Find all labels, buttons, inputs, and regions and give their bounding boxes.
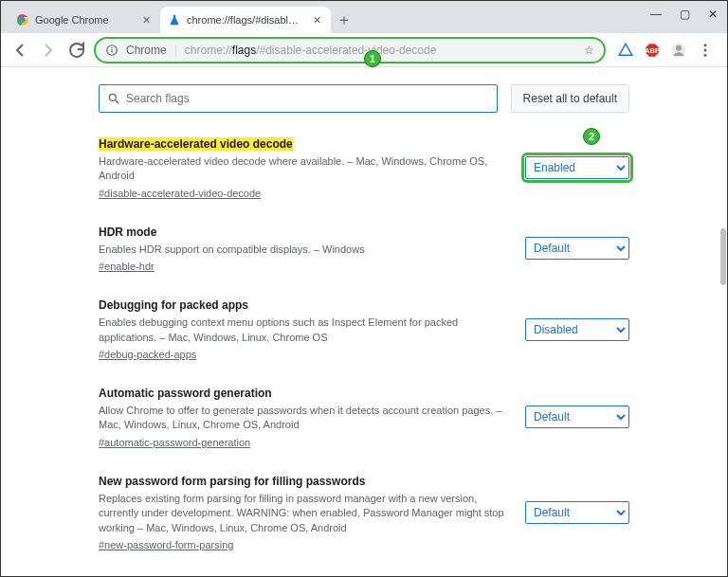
flag-select[interactable]: DefaultEnabledDisabled <box>525 318 629 341</box>
tab-title: Google Chrome <box>35 14 134 26</box>
omnibox-origin-label: Chrome <box>126 44 167 57</box>
window-controls: — ▢ ✕ <box>642 1 727 27</box>
search-flags-box[interactable] <box>99 84 498 113</box>
flag-row: New password form parsing for saving pas… <box>99 564 629 576</box>
close-icon[interactable]: ✕ <box>310 13 323 27</box>
flag-description: Replaces existing form parsing for filli… <box>99 492 506 535</box>
svg-point-10 <box>704 48 707 51</box>
flag-title: HDR mode <box>99 225 156 239</box>
scrollbar-thumb[interactable] <box>720 228 726 285</box>
svg-point-11 <box>704 53 707 56</box>
flag-row: Automatic password generationAllow Chrom… <box>99 373 629 461</box>
flag-row: Hardware-accelerated video decodeHardwar… <box>99 124 629 212</box>
extension-icons: ABP <box>611 42 719 59</box>
svg-rect-3 <box>111 48 112 52</box>
svg-point-12 <box>109 94 116 100</box>
flag-title: Hardware-accelerated video decode <box>99 137 293 151</box>
flask-icon <box>168 13 181 27</box>
menu-icon[interactable] <box>697 42 714 59</box>
flag-anchor-link[interactable]: #enable-hdr <box>99 261 506 272</box>
new-tab-button[interactable]: ＋ <box>331 7 357 33</box>
search-flags-input[interactable] <box>126 92 489 105</box>
tab-0[interactable]: Google Chrome ✕ <box>9 7 160 33</box>
flag-description: Enables HDR support on compatible displa… <box>99 243 506 257</box>
close-icon[interactable]: ✕ <box>139 13 153 27</box>
reset-all-button[interactable]: Reset all to default <box>511 84 629 113</box>
flag-select[interactable]: DefaultEnabledDisabled <box>525 156 629 179</box>
flags-topbar: Reset all to default <box>99 79 629 124</box>
svg-text:ABP: ABP <box>645 46 660 55</box>
flag-title: New password form parsing for filling pa… <box>99 475 365 488</box>
flag-description: Allow Chrome to offer to generate passwo… <box>99 404 506 433</box>
adblock-icon[interactable]: ABP <box>644 42 661 59</box>
annotation-marker-1: 1 <box>364 50 381 67</box>
chrome-logo-icon <box>16 13 29 27</box>
omnibox-url: chrome://flags/#disable-accelerated-vide… <box>185 44 437 57</box>
svg-point-9 <box>704 44 707 46</box>
flag-select[interactable]: DefaultEnabledDisabled <box>525 237 629 260</box>
reload-button[interactable] <box>65 39 88 62</box>
search-icon <box>107 92 120 105</box>
flag-title: Automatic password generation <box>99 387 272 400</box>
flag-title: Debugging for packed apps <box>99 298 248 312</box>
close-button[interactable]: ✕ <box>699 1 727 27</box>
svg-line-13 <box>116 100 119 104</box>
tab-title: chrome://flags/#disable-accelera <box>187 14 304 26</box>
flag-row: Debugging for packed appsEnables debuggi… <box>99 285 629 373</box>
forward-button[interactable] <box>37 39 60 62</box>
flag-row: New password form parsing for filling pa… <box>99 461 629 564</box>
flag-anchor-link[interactable]: #disable-accelerated-video-decode <box>99 188 506 199</box>
tabstrip: Google Chrome ✕ chrome://flags/#disable-… <box>1 1 357 33</box>
profile-avatar[interactable] <box>670 42 687 59</box>
minimize-button[interactable]: — <box>642 1 670 27</box>
tab-1[interactable]: chrome://flags/#disable-accelera ✕ <box>160 7 331 33</box>
flag-anchor-link[interactable]: #automatic-password-generation <box>99 437 506 448</box>
flag-anchor-link[interactable]: #new-password-form-parsing <box>99 539 506 550</box>
flag-select[interactable]: DefaultEnabledDisabled <box>525 406 629 428</box>
info-icon <box>105 44 118 57</box>
flag-anchor-link[interactable]: #debug-packed-apps <box>99 349 506 360</box>
flag-description: Hardware-accelerated video decode where … <box>99 154 506 184</box>
omnibox[interactable]: Chrome | chrome://flags/#disable-acceler… <box>94 37 606 63</box>
flags-page: Reset all to default Hardware-accelerate… <box>99 79 629 576</box>
viewport: Reset all to default Hardware-accelerate… <box>1 67 727 576</box>
bookmark-star-icon[interactable]: ☆ <box>584 44 594 57</box>
titlebar: Google Chrome ✕ chrome://flags/#disable-… <box>1 1 727 33</box>
maximize-button[interactable]: ▢ <box>670 1 699 27</box>
svg-rect-4 <box>111 46 112 47</box>
flag-row: HDR modeEnables HDR support on compatibl… <box>99 212 629 285</box>
svg-point-8 <box>676 45 682 50</box>
flag-select[interactable]: DefaultEnabledDisabled <box>525 501 629 524</box>
back-button[interactable] <box>9 39 31 62</box>
flag-description: Enables debugging context menu options s… <box>99 316 506 345</box>
annotation-marker-2: 2 <box>583 128 600 145</box>
extension-triangle-icon[interactable] <box>617 42 634 59</box>
